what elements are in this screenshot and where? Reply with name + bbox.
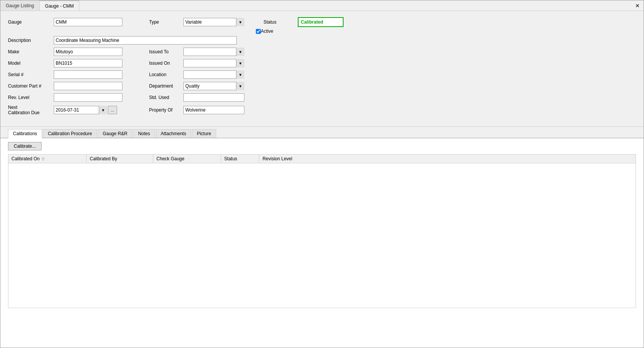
tab-calibrations[interactable]: Calibrations — [8, 129, 42, 138]
next-calib-date-wrap: 2016-07-31 ▼ ... — [54, 106, 117, 114]
table-header: Calibrated On ▽ Calibrated By Check Gaug… — [8, 154, 636, 163]
customer-part-group: Customer Part # — [8, 82, 134, 90]
form-row-description: Description Coordinate Measuring Machine — [8, 36, 636, 45]
next-calib-group: NextCalibration Due 2016-07-31 ▼ ... — [8, 105, 134, 116]
model-input[interactable]: BN1015 — [54, 59, 122, 67]
make-group: Make Mitutoyo — [8, 48, 134, 56]
main-window: Gauge Listing Gauge - CMM ✕ Gauge CMM Ty… — [0, 0, 644, 348]
model-group: Model BN1015 — [8, 59, 134, 67]
next-calib-select-wrap: 2016-07-31 ▼ — [54, 106, 107, 114]
model-label: Model — [8, 61, 54, 66]
form-row-next-calib: NextCalibration Due 2016-07-31 ▼ ... Pro… — [8, 105, 636, 116]
issued-on-select-wrap: ▼ — [183, 59, 244, 67]
active-checkbox[interactable] — [256, 29, 261, 34]
active-label: Active — [261, 29, 273, 34]
property-of-input[interactable]: Wolverine — [183, 106, 244, 114]
form-row-make: Make Mitutoyo Issued To ▼ — [8, 48, 636, 56]
calibrations-table: Calibrated On ▽ Calibrated By Check Gaug… — [8, 154, 636, 308]
tab-gauge-rr[interactable]: Gauge R&R — [98, 129, 132, 138]
std-used-group: Std. Used — [134, 93, 256, 102]
next-calib-select[interactable]: 2016-07-31 — [54, 106, 107, 114]
make-input[interactable]: Mitutoyo — [54, 48, 122, 56]
active-row: Active — [256, 29, 636, 34]
issued-to-select[interactable] — [183, 48, 244, 56]
tab-calibration-procedure[interactable]: Calibration Procedure — [43, 129, 97, 138]
col-calibrated-on: Calibrated On ▽ — [8, 154, 87, 163]
inner-tabs-bar: Calibrations Calibration Procedure Gauge… — [0, 127, 644, 138]
empty-cell — [8, 163, 636, 308]
customer-part-label: Customer Part # — [8, 83, 54, 89]
status-label: Status — [263, 19, 298, 25]
tab-picture[interactable]: Picture — [192, 129, 216, 138]
serial-label: Serial # — [8, 72, 54, 77]
tab-notes[interactable]: Notes — [133, 129, 155, 138]
form-row-serial: Serial # Location ▼ — [8, 70, 636, 79]
rev-level-input[interactable] — [54, 93, 122, 102]
rev-level-label: Rev. Level — [8, 95, 54, 100]
std-used-label: Std. Used — [149, 95, 183, 100]
serial-group: Serial # — [8, 70, 134, 79]
status-value: Calibrated — [298, 17, 344, 27]
col-status: Status — [221, 154, 259, 163]
location-label: Location — [149, 72, 183, 77]
issued-on-label: Issued On — [149, 61, 183, 66]
rev-level-group: Rev. Level — [8, 93, 134, 102]
department-select[interactable]: Quality Engineering Production — [183, 82, 244, 90]
issued-to-group: Issued To ▼ — [134, 48, 256, 56]
make-label: Make — [8, 49, 54, 54]
close-button[interactable]: ✕ — [631, 0, 644, 11]
department-select-wrap: Quality Engineering Production ▼ — [183, 82, 244, 90]
type-label: Type — [149, 19, 183, 25]
title-bar: Gauge Listing Gauge - CMM ✕ — [0, 0, 644, 11]
type-select[interactable]: Variable Attribute Dimensional — [183, 18, 244, 26]
form-row-customer-part: Customer Part # Department Quality Engin… — [8, 82, 636, 90]
tab-gauge-listing[interactable]: Gauge Listing — [0, 0, 40, 11]
issued-to-select-wrap: ▼ — [183, 48, 244, 56]
type-group: Type Variable Attribute Dimensional ▼ — [134, 18, 256, 26]
calibrations-panel: Calibrate... Calibrated On ▽ Calibrated … — [0, 138, 644, 348]
location-select[interactable] — [183, 70, 244, 79]
issued-to-label: Issued To — [149, 49, 183, 54]
status-group: Status Calibrated — [256, 17, 370, 27]
form-row-gauge: Gauge CMM Type Variable Attribute Dimens… — [8, 17, 636, 27]
form-row-model: Model BN1015 Issued On ▼ — [8, 59, 636, 67]
description-input[interactable]: Coordinate Measuring Machine — [54, 36, 237, 45]
property-of-label: Property Of — [149, 107, 183, 113]
location-select-wrap: ▼ — [183, 70, 244, 79]
empty-row — [8, 163, 636, 308]
next-calib-label: NextCalibration Due — [8, 105, 54, 116]
gauge-label: Gauge — [8, 19, 54, 25]
issued-on-group: Issued On ▼ — [134, 59, 256, 67]
next-calib-browse-button[interactable]: ... — [108, 106, 117, 114]
std-used-input[interactable] — [183, 93, 244, 102]
department-group: Department Quality Engineering Productio… — [134, 82, 256, 90]
gauge-input[interactable]: CMM — [54, 18, 122, 26]
calibrate-button[interactable]: Calibrate... — [8, 142, 42, 150]
tab-attachments[interactable]: Attachments — [156, 129, 191, 138]
customer-part-input[interactable] — [54, 82, 122, 90]
col-sort-icon: ▽ — [42, 157, 45, 161]
col-check-gauge: Check Gauge — [153, 154, 221, 163]
property-of-group: Property Of Wolverine — [134, 106, 256, 114]
gauge-group: Gauge CMM — [8, 18, 134, 26]
department-label: Department — [149, 83, 183, 89]
col-revision-level: Revision Level — [259, 154, 636, 163]
tab-gauge-cmm[interactable]: Gauge - CMM — [40, 0, 79, 11]
serial-input[interactable] — [54, 70, 122, 79]
col-calibrated-by: Calibrated By — [87, 154, 153, 163]
location-group: Location ▼ — [134, 70, 256, 79]
form-row-rev-level: Rev. Level Std. Used — [8, 93, 636, 102]
issued-on-select[interactable] — [183, 59, 244, 67]
type-select-wrap: Variable Attribute Dimensional ▼ — [183, 18, 244, 26]
description-label: Description — [8, 38, 54, 43]
form-area: Gauge CMM Type Variable Attribute Dimens… — [0, 11, 644, 123]
table-body — [8, 163, 636, 308]
